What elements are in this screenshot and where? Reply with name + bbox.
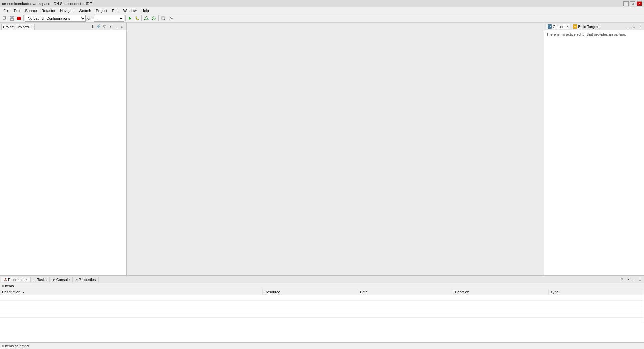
build-button[interactable] bbox=[143, 15, 150, 22]
menu-file[interactable]: File bbox=[1, 8, 11, 13]
debug-icon: 🐛 bbox=[135, 16, 139, 20]
svg-marker-4 bbox=[144, 16, 148, 20]
menu-search[interactable]: Search bbox=[77, 8, 93, 13]
collapse-all-button[interactable]: ⬇ bbox=[90, 24, 95, 29]
target-select[interactable]: --- bbox=[94, 15, 124, 22]
menu-refactor[interactable]: Refactor bbox=[40, 8, 58, 13]
table-row bbox=[0, 306, 644, 312]
problems-table: Description ▲ Resource Path Location Typ… bbox=[0, 289, 644, 323]
no-editor-message: There is no active editor that provides … bbox=[546, 32, 626, 36]
clean-button[interactable] bbox=[150, 15, 157, 22]
menu-edit[interactable]: Edit bbox=[12, 8, 22, 13]
path-column-header[interactable]: Path bbox=[358, 289, 453, 295]
maximize-panel-button[interactable]: □ bbox=[120, 24, 125, 29]
right-panel-actions: _ □ ✕ bbox=[625, 24, 643, 29]
maximize-button[interactable]: □ bbox=[630, 1, 635, 6]
bottom-maximize-button[interactable]: □ bbox=[637, 277, 643, 282]
location-column-header[interactable]: Location bbox=[453, 289, 548, 295]
menu-source[interactable]: Source bbox=[23, 8, 39, 13]
table-row bbox=[0, 301, 644, 306]
filter-button[interactable]: ▽ bbox=[102, 24, 107, 29]
menu-run[interactable]: Run bbox=[110, 8, 121, 13]
problems-tab[interactable]: ⚠ Problems × bbox=[1, 277, 31, 282]
project-explorer-tab-label: Project Explorer bbox=[3, 25, 29, 29]
right-panel-header: O Outline × B Build Targets _ □ ✕ bbox=[544, 23, 644, 30]
outline-tab[interactable]: O Outline × bbox=[546, 24, 570, 29]
problems-tab-icon: ⚠ bbox=[4, 278, 7, 281]
stop-icon bbox=[17, 17, 21, 20]
status-bar: 0 items selected bbox=[0, 342, 644, 349]
link-editor-button[interactable]: 🔗 bbox=[96, 24, 101, 29]
bottom-panel-actions: ▽ ▾ _ □ bbox=[619, 277, 643, 282]
project-explorer-tab[interactable]: Project Explorer × bbox=[1, 24, 35, 30]
project-tree[interactable] bbox=[0, 30, 126, 275]
toolbar-separator-4 bbox=[158, 15, 159, 21]
window-title: on-semiconductor-workspace - ON Semicond… bbox=[2, 2, 92, 6]
bottom-panel-content: 0 items Description ▲ Resource Path Loca… bbox=[0, 283, 644, 342]
right-tabs: O Outline × B Build Targets bbox=[546, 24, 601, 29]
console-tab-label: Console bbox=[56, 278, 70, 282]
bottom-minimize-button[interactable]: _ bbox=[631, 277, 637, 282]
table-row bbox=[0, 295, 644, 301]
project-explorer-tab-close[interactable]: × bbox=[31, 26, 33, 29]
console-tab[interactable]: ▶ Console bbox=[50, 277, 73, 282]
minimize-button[interactable]: ─ bbox=[623, 1, 629, 6]
right-panel: O Outline × B Build Targets _ □ ✕ There bbox=[544, 23, 644, 275]
resource-column-header[interactable]: Resource bbox=[262, 289, 358, 295]
bottom-tabs: ⚠ Problems × ✓ Tasks ▶ Console ≡ Propert… bbox=[1, 277, 99, 282]
build-targets-tab-icon: B bbox=[573, 24, 577, 29]
properties-tab-icon: ≡ bbox=[76, 278, 78, 281]
problems-tab-close[interactable]: × bbox=[25, 278, 27, 281]
build-targets-tab-label: Build Targets bbox=[578, 24, 599, 29]
menu-help[interactable]: Help bbox=[139, 8, 151, 13]
run-button[interactable] bbox=[127, 15, 133, 22]
right-panel-maximize[interactable]: □ bbox=[631, 24, 637, 29]
settings-button[interactable] bbox=[167, 15, 174, 22]
table-row bbox=[0, 318, 644, 323]
panel-header: Project Explorer × ⬇ 🔗 ▽ ▾ _ □ bbox=[0, 23, 126, 30]
save-button[interactable] bbox=[9, 15, 15, 22]
right-panel-close[interactable]: ✕ bbox=[637, 24, 643, 29]
close-button[interactable]: ✕ bbox=[637, 1, 642, 6]
svg-rect-2 bbox=[11, 16, 13, 18]
properties-tab[interactable]: ≡ Properties bbox=[73, 277, 99, 282]
editor-area[interactable] bbox=[127, 23, 544, 275]
svg-line-6 bbox=[153, 17, 155, 19]
svg-rect-3 bbox=[11, 18, 13, 20]
tasks-tab-label: Tasks bbox=[37, 278, 47, 282]
properties-tab-label: Properties bbox=[79, 278, 96, 282]
toolbar-separator-2 bbox=[125, 15, 126, 21]
svg-point-7 bbox=[162, 17, 164, 19]
debug-button[interactable]: 🐛 bbox=[134, 15, 140, 22]
outline-tab-close[interactable]: × bbox=[567, 25, 568, 28]
minimize-panel-button[interactable]: _ bbox=[114, 24, 119, 29]
description-column-header[interactable]: Description ▲ bbox=[0, 289, 262, 295]
panel-title-area: Project Explorer × bbox=[1, 24, 35, 29]
stop-button[interactable] bbox=[16, 15, 22, 22]
menu-window[interactable]: Window bbox=[121, 8, 139, 13]
type-column-header[interactable]: Type bbox=[548, 289, 644, 295]
content-area: Project Explorer × ⬇ 🔗 ▽ ▾ _ □ bbox=[0, 23, 644, 275]
right-panel-minimize[interactable]: _ bbox=[625, 24, 631, 29]
table-row bbox=[0, 312, 644, 318]
run-icon bbox=[129, 17, 131, 20]
bottom-view-menu-button[interactable]: ▾ bbox=[625, 277, 631, 282]
search-toolbar-button[interactable] bbox=[160, 15, 167, 22]
outline-tab-icon: O bbox=[548, 24, 552, 29]
menu-bar: File Edit Source Refactor Navigate Searc… bbox=[0, 7, 644, 14]
build-targets-tab[interactable]: B Build Targets bbox=[571, 24, 601, 29]
bottom-filter-button[interactable]: ▽ bbox=[619, 277, 625, 282]
new-button[interactable] bbox=[1, 15, 8, 22]
title-bar: on-semiconductor-workspace - ON Semicond… bbox=[0, 0, 644, 7]
bottom-panel: ⚠ Problems × ✓ Tasks ▶ Console ≡ Propert… bbox=[0, 275, 644, 342]
left-panel: Project Explorer × ⬇ 🔗 ▽ ▾ _ □ bbox=[0, 23, 127, 275]
tasks-tab[interactable]: ✓ Tasks bbox=[31, 277, 50, 282]
menu-project[interactable]: Project bbox=[94, 8, 109, 13]
view-menu-button[interactable]: ▾ bbox=[108, 24, 113, 29]
menu-navigate[interactable]: Navigate bbox=[58, 8, 76, 13]
launch-config-select[interactable]: No Launch Configurations bbox=[25, 15, 86, 22]
toolbar-separator-3 bbox=[141, 15, 142, 21]
console-tab-icon: ▶ bbox=[53, 278, 55, 281]
items-count: 0 items bbox=[0, 283, 644, 289]
outline-tab-label: Outline bbox=[553, 24, 565, 29]
